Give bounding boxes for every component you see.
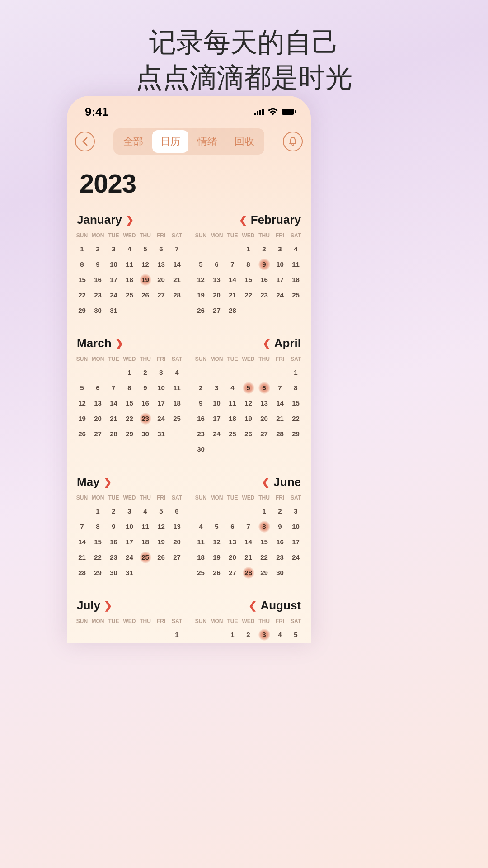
- day-cell[interactable]: 26: [137, 288, 153, 303]
- day-cell[interactable]: 22: [240, 288, 256, 303]
- day-cell[interactable]: 28: [74, 565, 90, 580]
- day-cell[interactable]: 12: [153, 519, 169, 534]
- day-cell[interactable]: 3: [153, 365, 169, 380]
- day-cell[interactable]: 3: [122, 504, 137, 519]
- month-header[interactable]: January❯: [74, 203, 185, 232]
- day-cell[interactable]: 15: [90, 534, 106, 550]
- day-cell[interactable]: 28: [225, 303, 240, 318]
- day-cell[interactable]: 24: [106, 288, 122, 303]
- day-cell[interactable]: 14: [106, 396, 122, 411]
- notifications-button[interactable]: [283, 132, 303, 151]
- day-cell[interactable]: 13: [169, 519, 185, 534]
- day-cell[interactable]: 19: [153, 534, 169, 550]
- day-cell[interactable]: 15: [74, 272, 90, 288]
- day-cell[interactable]: 14: [240, 534, 256, 550]
- day-cell[interactable]: 1: [90, 504, 106, 519]
- day-cell[interactable]: 2: [90, 241, 106, 257]
- day-cell[interactable]: 20: [209, 288, 225, 303]
- day-cell[interactable]: 31: [153, 426, 169, 442]
- day-cell[interactable]: 9: [193, 396, 209, 411]
- day-cell[interactable]: 20: [169, 534, 185, 550]
- day-cell[interactable]: 10: [122, 519, 137, 534]
- day-cell[interactable]: 4: [272, 627, 288, 642]
- tab-3[interactable]: 回收: [226, 130, 263, 153]
- day-cell[interactable]: 25: [193, 565, 209, 580]
- day-cell[interactable]: 17: [272, 272, 288, 288]
- day-cell[interactable]: 20: [153, 272, 169, 288]
- day-cell[interactable]: 24: [272, 288, 288, 303]
- day-cell[interactable]: 18: [288, 272, 304, 288]
- day-cell[interactable]: 30: [193, 442, 209, 457]
- day-cell[interactable]: 7: [272, 380, 288, 396]
- back-button[interactable]: [75, 132, 95, 151]
- day-cell[interactable]: 8: [240, 257, 256, 272]
- day-cell[interactable]: 30: [137, 426, 153, 442]
- tab-0[interactable]: 全部: [115, 130, 151, 153]
- day-cell[interactable]: 8: [74, 257, 90, 272]
- day-cell[interactable]: 21: [225, 288, 240, 303]
- day-cell[interactable]: 23: [137, 411, 153, 426]
- day-cell[interactable]: 3: [209, 380, 225, 396]
- day-cell[interactable]: 6: [256, 380, 272, 396]
- day-cell[interactable]: 30: [90, 303, 106, 318]
- day-cell[interactable]: 9: [106, 519, 122, 534]
- day-cell[interactable]: 25: [169, 411, 185, 426]
- day-cell[interactable]: 2: [193, 380, 209, 396]
- month-header[interactable]: ❮April: [193, 326, 304, 356]
- day-cell[interactable]: 31: [106, 303, 122, 318]
- day-cell[interactable]: 16: [137, 396, 153, 411]
- day-cell[interactable]: 10: [153, 380, 169, 396]
- day-cell[interactable]: 11: [288, 257, 304, 272]
- day-cell[interactable]: 28: [272, 426, 288, 442]
- day-cell[interactable]: 12: [193, 272, 209, 288]
- day-cell[interactable]: 23: [106, 550, 122, 565]
- day-cell[interactable]: 2: [106, 504, 122, 519]
- day-cell[interactable]: 21: [272, 411, 288, 426]
- day-cell[interactable]: 21: [240, 550, 256, 565]
- day-cell[interactable]: 23: [256, 288, 272, 303]
- day-cell[interactable]: 13: [153, 257, 169, 272]
- day-cell[interactable]: 29: [90, 565, 106, 580]
- day-cell[interactable]: 4: [122, 241, 137, 257]
- day-cell[interactable]: 16: [106, 534, 122, 550]
- day-cell[interactable]: 12: [209, 534, 225, 550]
- day-cell[interactable]: 2: [272, 504, 288, 519]
- day-cell[interactable]: 1: [288, 365, 304, 380]
- day-cell[interactable]: 16: [90, 272, 106, 288]
- day-cell[interactable]: 9: [272, 519, 288, 534]
- day-cell[interactable]: 19: [209, 550, 225, 565]
- day-cell[interactable]: 24: [122, 550, 137, 565]
- day-cell[interactable]: 29: [74, 303, 90, 318]
- day-cell[interactable]: 10: [288, 519, 304, 534]
- day-cell[interactable]: 17: [288, 534, 304, 550]
- month-header[interactable]: March❯: [74, 326, 185, 356]
- day-cell[interactable]: 8: [122, 380, 137, 396]
- day-cell[interactable]: 10: [272, 257, 288, 272]
- day-cell[interactable]: 19: [240, 411, 256, 426]
- day-cell[interactable]: 3: [272, 241, 288, 257]
- day-cell[interactable]: 15: [240, 272, 256, 288]
- day-cell[interactable]: 30: [272, 565, 288, 580]
- day-cell[interactable]: 25: [225, 426, 240, 442]
- day-cell[interactable]: 19: [137, 272, 153, 288]
- day-cell[interactable]: 24: [153, 411, 169, 426]
- day-cell[interactable]: 22: [256, 550, 272, 565]
- day-cell[interactable]: 1: [122, 365, 137, 380]
- day-cell[interactable]: 20: [256, 411, 272, 426]
- month-header[interactable]: ❮June: [193, 465, 304, 495]
- day-cell[interactable]: 1: [169, 627, 185, 642]
- day-cell[interactable]: 17: [209, 411, 225, 426]
- day-cell[interactable]: 26: [74, 426, 90, 442]
- day-cell[interactable]: 30: [106, 565, 122, 580]
- day-cell[interactable]: 21: [169, 272, 185, 288]
- day-cell[interactable]: 13: [90, 396, 106, 411]
- day-cell[interactable]: 17: [122, 534, 137, 550]
- day-cell[interactable]: 8: [288, 380, 304, 396]
- day-cell[interactable]: 1: [240, 241, 256, 257]
- day-cell[interactable]: 6: [153, 241, 169, 257]
- day-cell[interactable]: 17: [153, 396, 169, 411]
- month-header[interactable]: ❮February: [193, 203, 304, 232]
- day-cell[interactable]: 5: [153, 504, 169, 519]
- day-cell[interactable]: 18: [137, 534, 153, 550]
- day-cell[interactable]: 3: [106, 241, 122, 257]
